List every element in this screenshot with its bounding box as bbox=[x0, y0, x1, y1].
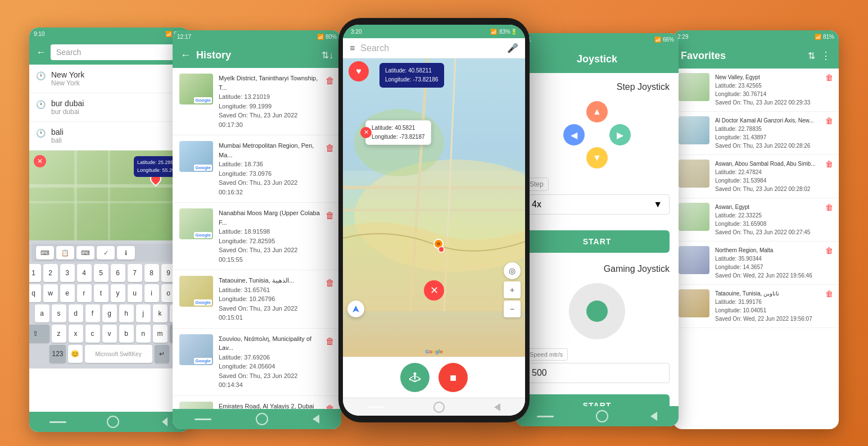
favorites-more-icon[interactable]: ⋮ bbox=[821, 49, 831, 62]
fav-delete-5[interactable]: 🗑 bbox=[825, 289, 833, 298]
kb-z[interactable]: z bbox=[52, 325, 66, 343]
fav-delete-0[interactable]: 🗑 bbox=[825, 73, 833, 82]
map-dismiss-button[interactable]: ✕ bbox=[424, 280, 444, 301]
kb-g[interactable]: g bbox=[102, 304, 117, 322]
fav-item-0[interactable]: New Valley, Egypt Latitude: 23.42565 Lon… bbox=[673, 69, 839, 112]
fav-item-2[interactable]: Aswan, Abou Sambal Road, Abu Simb... Lat… bbox=[673, 155, 839, 198]
kb-key-1[interactable]: 1 bbox=[29, 264, 41, 282]
kb-s[interactable]: s bbox=[52, 304, 66, 322]
fav-delete-2[interactable]: 🗑 bbox=[825, 160, 833, 169]
dpad-down-button[interactable]: ▼ bbox=[586, 147, 608, 169]
center-nav-back[interactable] bbox=[494, 403, 500, 411]
navigate-button[interactable] bbox=[347, 301, 364, 317]
map-zoom-out-button[interactable]: − bbox=[504, 301, 521, 317]
kb-toolbar-btn-2[interactable]: 📋 bbox=[56, 246, 74, 260]
history-item-1[interactable]: Google Mumbai Metropolitan Region, Pen, … bbox=[173, 135, 341, 203]
joystick-nav-home[interactable] bbox=[596, 410, 608, 422]
joystick-nav-back[interactable] bbox=[650, 412, 657, 421]
speed-input[interactable]: 500 bbox=[525, 363, 670, 383]
kb-e[interactable]: e bbox=[60, 284, 75, 302]
history-delete-2[interactable]: 🗑 bbox=[326, 211, 334, 221]
step-start-button[interactable]: START bbox=[525, 230, 670, 253]
kb-x[interactable]: x bbox=[69, 325, 83, 343]
fav-item-1[interactable]: Al Doctor Kamal Al Ganzori Axis, New... … bbox=[673, 112, 839, 155]
history-nav-back[interactable] bbox=[313, 415, 319, 424]
joystick-button[interactable]: 🕹 bbox=[400, 363, 430, 392]
kb-i[interactable]: i bbox=[144, 284, 159, 302]
history-delete-4[interactable]: 🗑 bbox=[326, 336, 334, 347]
history-item-4[interactable]: Google Σουνίου, Νεάπολη, Municipality of… bbox=[173, 329, 341, 396]
history-delete-1[interactable]: 🗑 bbox=[326, 143, 334, 153]
history-nav-home[interactable] bbox=[256, 413, 268, 425]
kb-v[interactable]: v bbox=[102, 325, 117, 343]
kb-y[interactable]: y bbox=[111, 284, 125, 302]
search-back-icon[interactable]: ← bbox=[36, 47, 46, 58]
history-item-0[interactable]: Google Myelk District, Tanintharyi Towns… bbox=[173, 68, 341, 135]
kb-c[interactable]: c bbox=[85, 325, 100, 343]
gaming-joystick-circle[interactable] bbox=[569, 283, 625, 339]
kb-t[interactable]: t bbox=[94, 284, 108, 302]
kb-toolbar-btn-5[interactable]: ℹ bbox=[117, 246, 135, 260]
fav-item-4[interactable]: Northern Region, Malta Latitude: 35.9034… bbox=[673, 242, 839, 285]
kb-key-2[interactable]: 2 bbox=[43, 264, 58, 282]
kb-shift[interactable]: ⇧ bbox=[29, 325, 49, 343]
kb-key-6[interactable]: 6 bbox=[111, 264, 125, 282]
kb-j[interactable]: j bbox=[136, 304, 151, 322]
joystick-nav-menu[interactable] bbox=[537, 416, 554, 417]
history-nav-menu[interactable] bbox=[195, 418, 211, 420]
kb-toolbar-btn-4[interactable]: ✓ bbox=[97, 246, 115, 260]
map-zoom-in-button[interactable]: + bbox=[504, 281, 521, 298]
step-select[interactable]: 4x ▼ bbox=[525, 194, 670, 215]
kb-h[interactable]: h bbox=[119, 304, 134, 322]
center-search-input[interactable]: Search bbox=[360, 43, 501, 53]
kb-key-7[interactable]: 7 bbox=[128, 264, 142, 282]
kb-key-4[interactable]: 4 bbox=[77, 264, 92, 282]
center-nav-menu[interactable] bbox=[368, 406, 385, 408]
kb-123[interactable]: 123 bbox=[49, 345, 65, 363]
history-filter-icon[interactable]: ⇅↓ bbox=[322, 50, 333, 61]
kb-toolbar-btn-3[interactable]: ⌨ bbox=[76, 246, 94, 260]
kb-a[interactable]: a bbox=[35, 304, 49, 322]
kb-r[interactable]: r bbox=[77, 284, 92, 302]
fav-item-3[interactable]: Aswan, Egypt Latitude: 22.33225 Longitud… bbox=[673, 198, 839, 242]
stop-button[interactable]: ■ bbox=[438, 363, 468, 392]
fav-item-5[interactable]: Tataouine, Tunisia, تاتاوين Latitude: 31… bbox=[673, 285, 839, 328]
kb-toolbar-btn-1[interactable]: ⌨ bbox=[36, 246, 54, 260]
fav-delete-4[interactable]: 🗑 bbox=[825, 246, 833, 255]
search-item-3[interactable]: 🕐 bali bali bbox=[29, 122, 189, 151]
search-item-2[interactable]: 🕐 bur dubai bur dubai bbox=[29, 93, 189, 122]
search-nav-back[interactable] bbox=[162, 417, 168, 426]
map-locate-button[interactable]: ◎ bbox=[504, 262, 521, 279]
history-delete-3[interactable]: 🗑 bbox=[326, 278, 334, 288]
kb-key-3[interactable]: 3 bbox=[60, 264, 75, 282]
kb-m[interactable]: m bbox=[153, 325, 168, 343]
kb-b[interactable]: b bbox=[119, 325, 134, 343]
kb-key-8[interactable]: 8 bbox=[144, 264, 159, 282]
dpad-right-button[interactable]: ▶ bbox=[609, 124, 631, 145]
hamburger-icon[interactable]: ≡ bbox=[350, 43, 355, 53]
fav-delete-3[interactable]: 🗑 bbox=[825, 203, 833, 212]
history-item-3[interactable]: Google Tataouine, Tunisia, الذهيبة... La… bbox=[173, 270, 341, 329]
kb-u[interactable]: u bbox=[128, 284, 142, 302]
popup-close-x[interactable]: ✕ bbox=[360, 127, 372, 138]
kb-space[interactable]: Microsoft SwiftKey bbox=[85, 345, 152, 363]
search-nav-menu[interactable] bbox=[49, 421, 66, 423]
mic-icon[interactable]: 🎤 bbox=[507, 43, 518, 53]
kb-d[interactable]: d bbox=[69, 304, 83, 322]
search-input-bar[interactable]: Search bbox=[51, 44, 183, 60]
history-delete-0[interactable]: 🗑 bbox=[326, 76, 334, 86]
kb-q[interactable]: q bbox=[29, 284, 41, 302]
search-item-1[interactable]: 🕐 New York New York bbox=[29, 65, 189, 93]
history-item-2[interactable]: Google Nanabhai Moos Marg (Upper Colaba … bbox=[173, 203, 341, 270]
kb-enter[interactable]: ↵ bbox=[155, 345, 169, 363]
dpad-up-button[interactable]: ▲ bbox=[586, 101, 608, 122]
favorites-filter-icon[interactable]: ⇅ bbox=[808, 51, 815, 61]
heart-badge[interactable]: ♥ bbox=[349, 61, 369, 81]
kb-n[interactable]: n bbox=[136, 325, 151, 343]
kb-k[interactable]: k bbox=[153, 304, 168, 322]
kb-w[interactable]: w bbox=[43, 284, 58, 302]
kb-f[interactable]: f bbox=[85, 304, 100, 322]
dpad-left-button[interactable]: ◀ bbox=[563, 124, 585, 145]
history-back-icon[interactable]: ← bbox=[180, 49, 191, 61]
search-nav-home[interactable] bbox=[107, 416, 119, 428]
